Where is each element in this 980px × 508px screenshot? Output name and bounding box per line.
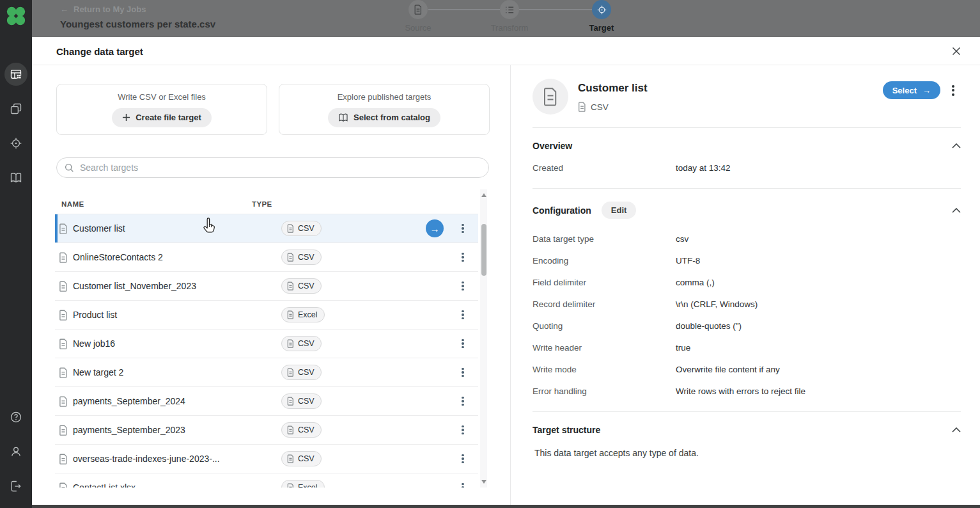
select-from-catalog-card: Explore published targets Select from ca… <box>279 84 490 135</box>
source-file-icon <box>408 0 428 19</box>
file-icon <box>287 282 294 290</box>
search-icon <box>65 163 74 173</box>
target-name: New job16 <box>73 338 115 349</box>
row-menu-button[interactable] <box>458 367 468 378</box>
table-row[interactable]: Customer list CSV → <box>55 214 478 243</box>
overview-row: Created today at 13:42 <box>533 163 961 173</box>
table-row[interactable]: ContactList.xlsx Excel <box>55 473 478 488</box>
table-row[interactable]: payments_September_2023 CSV <box>55 416 478 445</box>
table-row[interactable]: New job16 CSV <box>55 329 478 358</box>
table-row[interactable]: OnlineStoreContacts 2 CSV <box>55 243 478 272</box>
back-link[interactable]: ← Return to My Jobs <box>60 4 146 14</box>
arrow-right-icon: → <box>922 86 931 95</box>
target-name: Product list <box>73 310 117 320</box>
target-structure-section: Target structure This data target accept… <box>533 411 961 473</box>
target-name: OnlineStoreContacts 2 <box>73 252 163 262</box>
field-value: comma (,) <box>676 278 715 287</box>
type-badge-label: Excel <box>298 483 318 488</box>
close-icon[interactable] <box>949 44 963 58</box>
sidebar-item-catalog[interactable] <box>4 166 27 189</box>
button-label: Create file target <box>136 113 201 122</box>
sidebar-item-help[interactable] <box>4 406 27 429</box>
search-input[interactable] <box>80 163 488 173</box>
detail-menu-button[interactable] <box>945 82 961 99</box>
sidebar-item-sources[interactable] <box>4 97 27 120</box>
step-transform[interactable]: Transform <box>484 0 535 33</box>
row-menu-button[interactable] <box>458 309 468 321</box>
step-target[interactable]: Target <box>576 0 627 33</box>
create-file-target-button[interactable]: Create file target <box>112 108 212 127</box>
step-label: Transform <box>484 23 535 33</box>
target-name: New target 2 <box>73 367 123 377</box>
table-row[interactable]: payments_September_2024 CSV <box>55 387 478 416</box>
book-icon <box>10 171 22 184</box>
select-button[interactable]: Select → <box>883 81 940 99</box>
sidebar-item-logout[interactable] <box>4 475 27 498</box>
stack-icon <box>10 102 22 115</box>
table-row[interactable]: Product list Excel <box>55 301 478 329</box>
field-value: Overwrite file content if any <box>676 365 780 374</box>
row-menu-button[interactable] <box>458 482 468 488</box>
scroll-down-arrow[interactable] <box>481 480 486 484</box>
sidebar <box>0 0 32 508</box>
table-row[interactable]: New target 2 CSV <box>55 358 478 387</box>
field-label: Created <box>533 163 676 173</box>
chevron-up-icon[interactable] <box>952 143 961 148</box>
field-value: \r\n (CRLF, Windows) <box>676 299 758 309</box>
configuration-heading: Configuration <box>533 205 591 216</box>
type-badge: Excel <box>281 307 325 322</box>
create-file-target-card: Write CSV or Excel files Create file tar… <box>56 84 267 135</box>
type-badge: Excel <box>281 480 325 488</box>
select-arrow-button[interactable]: → <box>426 219 444 237</box>
field-label: Quoting <box>533 321 676 331</box>
help-icon <box>10 411 22 424</box>
sidebar-item-account[interactable] <box>4 440 27 463</box>
file-icon <box>287 397 294 406</box>
edit-button[interactable]: Edit <box>602 202 637 219</box>
document-icon <box>59 252 68 263</box>
row-menu-button[interactable] <box>458 223 468 234</box>
detail-type-label: CSV <box>591 102 609 112</box>
sidebar-item-targets[interactable] <box>4 132 27 155</box>
type-badge-label: CSV <box>298 339 315 348</box>
back-label: Return to My Jobs <box>74 4 146 14</box>
overview-section: Overview Created today at 13:42 <box>533 127 961 188</box>
chevron-up-icon[interactable] <box>952 208 961 213</box>
row-menu-button[interactable] <box>458 453 468 464</box>
field-value: UTF-8 <box>676 256 700 266</box>
step-label: Target <box>576 23 627 33</box>
scroll-up-arrow[interactable] <box>481 193 486 197</box>
file-icon <box>287 483 294 488</box>
target-structure-heading: Target structure <box>533 425 600 435</box>
search-targets-box <box>56 157 489 178</box>
step-source[interactable]: Source <box>393 0 444 33</box>
sidebar-item-jobs[interactable] <box>4 63 27 86</box>
document-icon <box>59 454 68 464</box>
jobs-table-icon <box>10 68 22 81</box>
row-menu-button[interactable] <box>458 395 468 407</box>
overview-heading: Overview <box>533 141 572 151</box>
app-logo[interactable] <box>0 0 32 32</box>
row-menu-button[interactable] <box>458 424 468 436</box>
table-row[interactable]: Customer list_November_2023 CSV <box>55 272 478 301</box>
row-menu-button[interactable] <box>458 280 468 292</box>
card-description: Write CSV or Excel files <box>118 92 206 102</box>
scrollbar-thumb[interactable] <box>481 224 486 276</box>
type-badge: CSV <box>281 221 322 236</box>
type-badge: CSV <box>281 278 322 294</box>
table-row[interactable]: overseas-trade-indexes-june-2023-... CSV <box>55 445 478 473</box>
row-menu-button[interactable] <box>458 338 468 349</box>
document-icon <box>59 281 68 292</box>
card-description: Explore published targets <box>338 92 432 102</box>
file-icon <box>578 102 586 112</box>
document-icon <box>59 425 68 436</box>
column-header-type: TYPE <box>252 200 272 208</box>
document-icon <box>59 367 68 378</box>
select-from-catalog-button[interactable]: Select from catalog <box>328 108 440 127</box>
configuration-row: Error handlingWrite rows with errors to … <box>533 386 961 396</box>
list-scrollbar[interactable] <box>480 189 487 488</box>
target-name: ContactList.xlsx <box>73 482 136 488</box>
row-menu-button[interactable] <box>458 251 468 263</box>
file-icon <box>287 425 294 434</box>
chevron-up-icon[interactable] <box>952 427 961 433</box>
